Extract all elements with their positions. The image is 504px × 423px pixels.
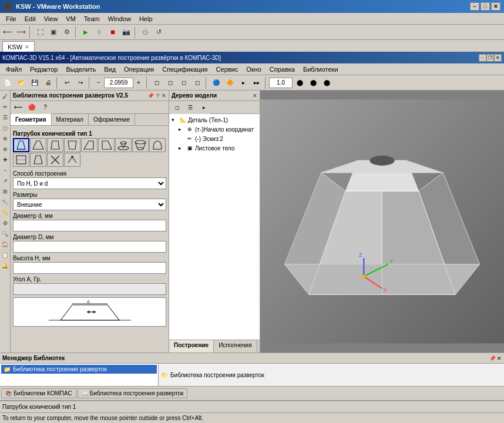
maximize-button[interactable]: □ <box>481 2 490 11</box>
menu-view[interactable]: View <box>41 14 62 24</box>
menu-window[interactable]: Window <box>105 14 135 24</box>
sidebar-icon-16[interactable]: 📋 <box>1 250 10 260</box>
inner-close-button[interactable]: ✕ <box>494 54 502 62</box>
inner-menu-select[interactable]: Выделить <box>62 65 99 74</box>
panel-help-button[interactable]: ? <box>156 93 159 99</box>
shape-icon-3[interactable] <box>47 138 63 152</box>
menu-team[interactable]: Team <box>80 14 103 24</box>
sidebar-icon-15[interactable]: 🏠 <box>1 240 10 249</box>
dimension-input[interactable]: 1.0 <box>269 78 293 88</box>
inner-tb-more2[interactable]: ⬤ <box>307 76 320 89</box>
D-input[interactable]: 3000.0 <box>13 241 166 253</box>
zoom-minus-button[interactable]: − <box>94 76 103 89</box>
sidebar-icon-1[interactable]: 🖊 <box>1 92 10 101</box>
inner-tb-view4[interactable]: ◻ <box>191 76 204 89</box>
sidebar-icon-11[interactable]: 🔧 <box>1 197 10 207</box>
inner-tb-undo[interactable]: ↩ <box>61 76 73 89</box>
inner-menu-edit[interactable]: Редактор <box>26 65 61 74</box>
shape-icon-6[interactable] <box>98 138 115 152</box>
tb-console[interactable]: ▣ <box>47 26 60 39</box>
minimize-button[interactable]: − <box>470 2 479 11</box>
inner-menu-view[interactable]: Вид <box>100 65 119 74</box>
sidebar-icon-12[interactable]: 📏 <box>1 208 10 217</box>
inner-tb-save[interactable]: 💾 <box>28 76 41 89</box>
manager-pin-icon[interactable]: 📌 <box>489 355 496 361</box>
menu-file[interactable]: File <box>2 14 20 24</box>
tree-item-origin[interactable]: ▸ ⊕ (т-)Начало координат <box>170 125 258 134</box>
inner-tb-more3[interactable]: ⬤ <box>320 76 333 89</box>
tree-tb-btn3[interactable]: ▸ <box>197 101 210 114</box>
inner-tb-redo[interactable]: ↪ <box>74 76 87 89</box>
sidebar-icon-2[interactable]: ✏ <box>1 102 10 112</box>
tree-item-sketch[interactable]: ✏ (-) Эскиз:2 <box>170 134 258 143</box>
inner-menu-help[interactable]: Справка <box>266 65 298 74</box>
tree-tb-btn1[interactable]: ◻ <box>170 101 183 114</box>
sidebar-icon-3[interactable]: ☰ <box>1 113 10 122</box>
zoom-plus-button[interactable]: + <box>134 76 143 89</box>
sidebar-icon-7[interactable]: ✚ <box>1 155 10 164</box>
close-button[interactable]: ✕ <box>491 2 500 11</box>
inner-tb-3d1[interactable]: 🔵 <box>210 76 223 89</box>
tb-reset[interactable]: ↺ <box>152 26 165 39</box>
sidebar-icon-9[interactable]: ↗ <box>1 176 10 186</box>
sidebar-icon-17[interactable]: 🔔 <box>1 261 10 270</box>
inner-tb-view2[interactable]: ◻ <box>164 76 177 89</box>
tab-material[interactable]: Материал <box>52 114 89 125</box>
sidebar-icon-5[interactable]: ⊕ <box>1 134 10 143</box>
tree-panel-close-button[interactable]: ✕ <box>253 93 257 99</box>
angle-input[interactable]: 33.3985 <box>13 283 166 295</box>
inner-menu-service[interactable]: Сервис <box>213 65 242 74</box>
tree-expand-icon-1[interactable]: ▾ <box>172 117 179 123</box>
shape-icon-7[interactable] <box>115 138 132 152</box>
tab-close-icon[interactable]: ✕ <box>25 44 29 50</box>
tree-expand-icon-2[interactable]: ▸ <box>179 126 186 132</box>
tree-item-detail[interactable]: ▾ 📐 Деталь (Тел-1) <box>170 115 258 125</box>
tb-forward[interactable]: ⟶ <box>15 26 28 39</box>
tab-geometry[interactable]: Геометрия <box>11 114 52 125</box>
tb-power-on[interactable]: ▶ <box>79 26 92 39</box>
inner-menu-libraries[interactable]: Библиотеки <box>300 65 342 74</box>
manager-close-icon[interactable]: ✕ <box>497 355 502 361</box>
tree-expand-icon-4[interactable]: ▸ <box>179 145 186 151</box>
inner-restore-button[interactable]: ❐ <box>486 54 494 62</box>
inner-tb-view1[interactable]: ◻ <box>150 76 163 89</box>
tb-back[interactable]: ⟵ <box>1 26 14 39</box>
inner-tb-3d3[interactable]: ▸ <box>237 76 250 89</box>
tb-snapshot[interactable]: 📷 <box>120 26 133 39</box>
inner-minimize-button[interactable]: − <box>479 54 486 62</box>
manager-tab-library[interactable]: 📖 Библиотека построения разверток <box>78 388 188 398</box>
app-tab-ksw[interactable]: KSW ✕ <box>2 41 35 52</box>
menu-vm[interactable]: VM <box>62 14 79 24</box>
tree-tb-btn2[interactable]: ☰ <box>184 101 197 114</box>
sidebar-icon-8[interactable]: → <box>1 166 10 175</box>
tree-tab-exec[interactable]: Исполнения <box>214 340 257 352</box>
tree-tab-build[interactable]: Построение <box>169 340 214 352</box>
shape-icon-11[interactable] <box>30 153 46 167</box>
tb-stop[interactable]: ⏹ <box>106 26 119 39</box>
shape-icon-13[interactable] <box>64 153 80 167</box>
panel-close-button[interactable]: ✕ <box>162 93 166 99</box>
tb-fullscreen[interactable]: ⛶ <box>33 26 46 39</box>
3d-view-panel[interactable]: Y X Z <box>260 90 504 352</box>
panel-pin-button[interactable]: 📌 <box>147 93 154 99</box>
sidebar-icon-14[interactable]: 🔍 <box>1 229 10 239</box>
shape-icon-10[interactable] <box>13 153 29 167</box>
inner-tb-more1[interactable]: ⬤ <box>293 76 306 89</box>
shape-icon-5[interactable] <box>81 138 98 152</box>
sidebar-icon-4[interactable]: ◻ <box>1 123 10 133</box>
sidebar-icon-13[interactable]: ⚙ <box>1 219 10 228</box>
tb-power2[interactable]: ⏻ <box>139 26 152 39</box>
shape-icon-2[interactable] <box>30 138 46 152</box>
tree-item-body[interactable]: ▸ ▣ Листовое тело <box>170 143 258 153</box>
shape-icon-9[interactable] <box>149 138 166 152</box>
menu-edit[interactable]: Edit <box>21 14 39 24</box>
shape-icon-4[interactable] <box>64 138 80 152</box>
lib-help-button[interactable]: ? <box>39 101 52 114</box>
manager-tab-kompas[interactable]: 📚 Библиотеки КОМПАС <box>1 388 76 398</box>
shape-icon-12[interactable] <box>47 153 63 167</box>
inner-tb-new[interactable]: 📄 <box>1 76 14 89</box>
tab-design[interactable]: Оформление <box>89 114 135 125</box>
inner-tb-print[interactable]: 🖨 <box>42 76 55 89</box>
inner-tb-3d2[interactable]: 🔶 <box>223 76 236 89</box>
size-select[interactable]: Внешние <box>13 199 166 210</box>
